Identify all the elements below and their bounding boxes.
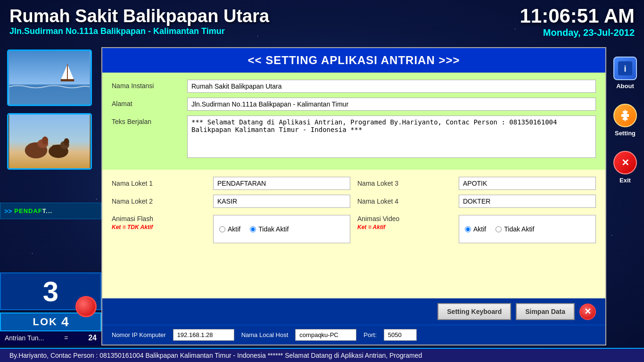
queue-big-number: 3: [43, 275, 58, 308]
about-button[interactable]: i About: [611, 52, 639, 94]
alamat-label: Alamat: [112, 98, 187, 107]
animasi-row: Animasi Flash Ket = TDK Aktif Aktif Tida…: [112, 215, 596, 243]
video-tidak-label: Tidak Aktif: [504, 225, 534, 233]
svg-rect-12: [53, 145, 56, 154]
loket-number: 4: [61, 314, 69, 329]
bottom-ticker: By.Hariyanto, Contac Person : 0813501610…: [0, 348, 644, 362]
bottom-image: [7, 113, 92, 170]
header-right: 11:06:51 AM Monday, 23-Jul-2012: [520, 5, 635, 38]
nama-instansi-input[interactable]: [187, 80, 596, 93]
antrian-equals: =: [64, 334, 68, 342]
flash-tidak-option[interactable]: Tidak Aktif: [250, 225, 289, 233]
svg-rect-3: [67, 65, 68, 80]
teks-berjalan-textarea[interactable]: *** Selamat Datang di Aplikasi Antrian, …: [187, 115, 596, 158]
close-dialog-button[interactable]: ✕: [579, 304, 596, 320]
ticker-text: By.Hariyanto, Contac Person : 0813501610…: [0, 352, 422, 359]
exit-icon: ✕: [613, 151, 637, 174]
video-aktif-option[interactable]: Aktif: [465, 225, 486, 233]
loket3-label: Nama Loket 3: [357, 180, 452, 187]
ip-input[interactable]: [173, 329, 234, 341]
setting-label: Setting: [615, 130, 636, 137]
flash-aktif-option[interactable]: Aktif: [219, 225, 240, 233]
animasi-video-note: Ket = Aktif: [357, 224, 452, 230]
top-image: [7, 49, 92, 106]
hospital-title: Rumah Sakit Balikpapan Utara: [9, 6, 269, 26]
port-label: Port:: [363, 331, 376, 338]
ip-bar: Nomor IP Komputer Nama Local Host Port:: [102, 325, 605, 345]
header: Rumah Sakit Balikpapan Utara Jln.Sudirma…: [0, 0, 644, 42]
animasi-video-col: Animasi Video Ket = Aktif: [357, 215, 452, 230]
header-left: Rumah Sakit Balikpapan Utara Jln.Sudirma…: [9, 6, 269, 36]
antrian-tunggu-row: Antrian Tun... = 24: [5, 333, 97, 343]
animasi-flash-col: Animasi Flash Ket = TDK Aktif: [112, 215, 206, 230]
loket2-label: Nama Loket 2: [112, 197, 206, 205]
loket-grid: Nama Loket 1 Nama Loket 3 Nama Loket 2 N…: [112, 177, 596, 208]
teks-berjalan-label: Teks Berjalan: [112, 115, 187, 125]
loket2-input[interactable]: [213, 195, 350, 208]
exit-label: Exit: [619, 177, 631, 184]
svg-point-10: [42, 137, 48, 145]
video-tidak-option[interactable]: Tidak Aktif: [495, 225, 534, 233]
animasi-video-options: Aktif Tidak Aktif: [459, 215, 596, 243]
flash-tidak-label: Tidak Aktif: [258, 225, 289, 233]
host-input[interactable]: [295, 329, 356, 341]
animasi-flash-label: Animasi Flash: [112, 215, 206, 222]
pendaftaran-bar: >> PENDAFT...: [0, 203, 101, 219]
svg-point-15: [64, 138, 69, 145]
action-bar: Setting Keyboard Simpan Data ✕: [102, 298, 605, 325]
svg-rect-7: [29, 144, 33, 154]
svg-text:i: i: [624, 64, 626, 74]
loket4-label: Nama Loket 4: [357, 197, 452, 205]
video-aktif-radio[interactable]: [465, 226, 471, 232]
about-icon: i: [613, 57, 637, 80]
side-panel-right: i About Setting ✕ Exit: [606, 42, 644, 348]
teks-berjalan-row: Teks Berjalan *** Selamat Datang di Apli…: [112, 115, 596, 158]
setting-icon: [613, 104, 637, 127]
about-label: About: [616, 82, 634, 90]
nama-instansi-row: Nama Instansi: [112, 80, 596, 93]
animasi-video-label: Animasi Video: [357, 215, 452, 222]
pendaftaran-arrows: >>: [4, 207, 12, 215]
flash-aktif-radio[interactable]: [219, 226, 225, 232]
pendaftaran-text: PENDAFT...: [14, 207, 52, 214]
form-section-yellow: Nama Loket 1 Nama Loket 3 Nama Loket 2 N…: [102, 170, 605, 298]
clock-display: 11:06:51 AM: [520, 5, 635, 27]
antrian-tunggu-value: 24: [88, 334, 97, 342]
loket3-input[interactable]: [459, 177, 596, 190]
svg-rect-4: [61, 79, 74, 82]
animasi-flash-note: Ket = TDK Aktif: [112, 224, 206, 230]
host-label: Nama Local Host: [241, 331, 289, 338]
setting-keyboard-button[interactable]: Setting Keyboard: [438, 303, 511, 320]
video-tidak-radio[interactable]: [495, 226, 502, 232]
setting-button[interactable]: Setting: [611, 99, 639, 141]
animasi-flash-options: Aktif Tidak Aktif: [213, 215, 350, 243]
red-button-decoration: [75, 296, 97, 317]
nama-instansi-label: Nama Instansi: [112, 80, 187, 90]
loket4-input[interactable]: [459, 195, 596, 208]
loket-text: LOK: [33, 316, 57, 328]
form-section-green: Nama Instansi Alamat Teks Berjalan *** S…: [102, 73, 605, 170]
alamat-row: Alamat: [112, 98, 596, 111]
simpan-data-button[interactable]: Simpan Data: [516, 303, 575, 320]
loket1-input[interactable]: [213, 177, 350, 190]
svg-rect-5: [9, 115, 90, 168]
flash-aktif-label: Aktif: [228, 225, 240, 233]
exit-button[interactable]: ✕ Exit: [611, 146, 639, 189]
dialog-title: << SETTING APLIKASI ANTRIAN >>>: [102, 48, 605, 73]
main-dialog: << SETTING APLIKASI ANTRIAN >>> Nama Ins…: [101, 47, 606, 346]
antrian-tunggu-label: Antrian Tun...: [5, 334, 44, 342]
flash-tidak-radio[interactable]: [250, 226, 256, 232]
date-display: Monday, 23-Jul-2012: [520, 27, 635, 38]
port-input[interactable]: [384, 329, 417, 341]
hospital-subtitle: Jln.Sudirman No.111a Balikpapan - Kalima…: [9, 26, 269, 36]
video-aktif-label: Aktif: [473, 225, 486, 233]
ip-label: Nomor IP Komputer: [112, 331, 166, 338]
alamat-input[interactable]: [187, 98, 596, 111]
loket1-label: Nama Loket 1: [112, 180, 206, 187]
